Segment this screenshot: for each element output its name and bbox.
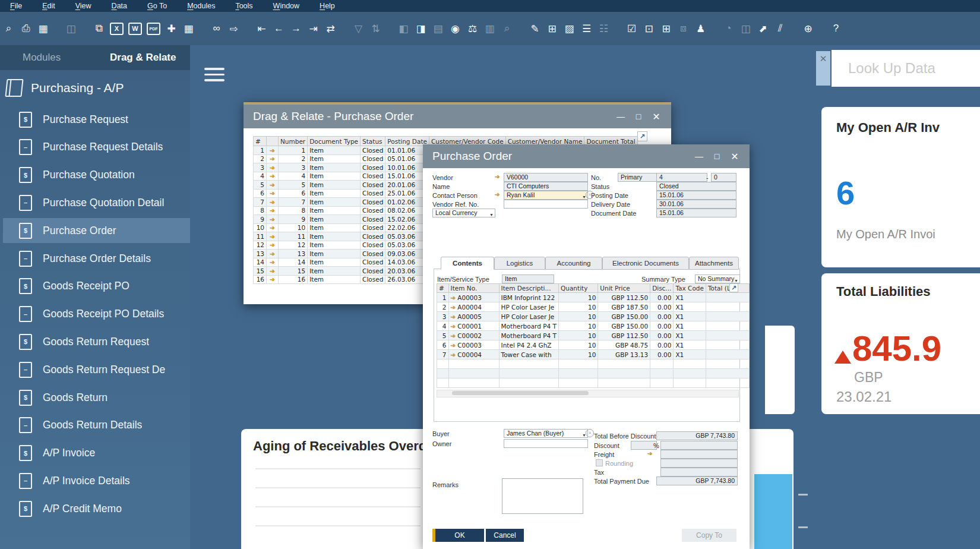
sidebar-item-goods-return-request-de[interactable]: –Goods Return Request De [3, 357, 190, 382]
sidebar-item-goods-receipt-po-details[interactable]: –Goods Receipt PO Details [3, 302, 190, 327]
link-arrow-icon[interactable]: ➔ [270, 268, 274, 274]
chevron-down-icon[interactable]: ▼ [734, 277, 738, 283]
sidebar-item-purchase-quotation[interactable]: $Purchase Quotation [3, 163, 190, 188]
hamburger-menu-icon[interactable] [204, 68, 225, 83]
toolbar-print-icon[interactable]: ⎙ [18, 21, 34, 36]
link-arrow-icon[interactable]: ➔ [451, 323, 456, 330]
contact-person-field[interactable]: Ryan Kalil▼ [504, 191, 588, 200]
menu-item-window[interactable]: Window [263, 2, 309, 10]
toolbar-move-window-icon[interactable]: ✚ [163, 21, 179, 36]
total-liabilities-card[interactable]: Total Liabilities 845.9 GBP 23.02.21 [821, 273, 980, 414]
toolbar-payment-out-icon[interactable]: ◨ [413, 21, 429, 36]
no-series-field[interactable]: Primary [618, 173, 657, 182]
drag-relate-titlebar[interactable]: Drag & Relate - Purchase Order — □ ✕ [244, 105, 671, 128]
menu-item-edit[interactable]: Edit [32, 2, 65, 10]
empty-table-row[interactable] [437, 359, 750, 369]
scrollbar-thumb[interactable] [452, 391, 589, 395]
toolbar-next-record-icon[interactable]: → [288, 21, 304, 36]
open-ar-invoices-card[interactable]: My Open A/R Inv 6 My Open A/R Invoi [821, 107, 980, 267]
currency-dropdown[interactable]: Local Currency▼ [432, 209, 495, 217]
tab-electronic-documents[interactable]: Electronic Documents [602, 257, 689, 270]
empty-table-row[interactable] [437, 378, 750, 388]
sidebar-item-purchase-order-details[interactable]: –Purchase Order Details [3, 246, 190, 271]
link-arrow-icon[interactable]: ➔ [495, 191, 500, 198]
sidebar-item-goods-receipt-po[interactable]: $Goods Receipt PO [3, 274, 190, 299]
toolbar-last-record-icon[interactable]: ⇥ [305, 21, 321, 36]
cancel-button[interactable]: Cancel [486, 529, 524, 542]
lookup-close-button[interactable]: ✕ [816, 51, 830, 86]
table-row[interactable]: 1➔ A00003IBM Infoprint 12210GBP 112.500.… [437, 293, 750, 302]
menu-item-tools[interactable]: Tools [225, 2, 263, 10]
remarks-textarea[interactable] [502, 478, 583, 514]
link-arrow-icon[interactable]: ➔ [270, 234, 274, 240]
po-column-header[interactable]: Disc... [650, 284, 674, 293]
toolbar-binoculars-find-icon[interactable]: ∞ [208, 21, 225, 36]
vendor-field[interactable]: V60000 [504, 173, 588, 182]
toolbar-lock-table-icon[interactable]: ▦ [181, 21, 197, 36]
table-row[interactable]: 3➔ A00005HP Color Laser Je10GBP 150.000.… [437, 312, 750, 321]
po-items-table[interactable]: #Item No.Item Descripti...QuantityUnit P… [437, 283, 750, 388]
sidebar-item-a-p-invoice[interactable]: $A/P Invoice [3, 441, 190, 466]
po-column-header[interactable]: Quantity [559, 284, 598, 293]
table-row[interactable]: 5➔ C00002Motherboard P4 T10GBP 112.500.0… [437, 331, 750, 340]
freight-field[interactable] [660, 450, 738, 459]
tab-modules[interactable]: Modules [23, 45, 61, 70]
rounding-checkbox[interactable] [596, 459, 603, 466]
minimize-icon[interactable]: — [612, 112, 630, 121]
dnr-column-header[interactable]: Number [279, 137, 308, 146]
sidebar-item-a-p-credit-memo[interactable]: $A/P Credit Memo [3, 496, 190, 521]
chevron-down-icon[interactable]: ▼ [489, 211, 494, 217]
table-row[interactable]: 6➔ C00003Intel P4 2.4 GhZ10GBP 48.750.00… [437, 340, 750, 350]
toolbar-form-settings-icon[interactable]: ⊞ [544, 21, 560, 36]
tab-contents[interactable]: Contents [441, 257, 494, 270]
tab-drag-and-relate[interactable]: Drag & Relate [110, 45, 176, 70]
posting-date-field[interactable]: 15.01.06 [656, 191, 736, 200]
close-icon[interactable]: ✕ [647, 111, 665, 122]
sidebar-section-header[interactable]: Purchasing - A/P [6, 77, 124, 99]
close-icon[interactable]: ✕ [726, 151, 744, 162]
maximize-icon[interactable]: □ [708, 152, 726, 161]
po-column-header[interactable]: Total (LC) [706, 284, 749, 293]
sidebar-item-purchase-request[interactable]: $Purchase Request [3, 107, 190, 132]
status-field[interactable]: Closed [656, 182, 736, 191]
buyer-dropdown[interactable]: James Chan (Buyer)▼ [504, 429, 588, 438]
link-arrow-icon[interactable]: ➔ [270, 156, 274, 162]
maximize-icon[interactable]: □ [630, 112, 647, 121]
link-arrow-icon[interactable]: ➔ [495, 173, 500, 180]
no-number-field[interactable]: 4 [656, 173, 707, 182]
toolbar-chart-growth-icon[interactable]: ⬈ [755, 21, 771, 36]
toolbar-help-icon[interactable]: ? [828, 21, 844, 36]
toolbar-remarks-note-icon[interactable]: ☰ [578, 21, 595, 36]
lookup-data-input[interactable] [832, 50, 980, 87]
dnr-column-header[interactable] [267, 137, 279, 146]
item-service-type-field[interactable]: Item [502, 274, 554, 283]
toolbar-previous-record-icon[interactable]: ← [271, 21, 287, 36]
purchase-order-titlebar[interactable]: Purchase Order — □ ✕ [423, 144, 750, 168]
horizontal-scrollbar[interactable] [437, 390, 739, 397]
expand-table-icon[interactable]: ↗ [729, 283, 738, 292]
aging-chart-bar[interactable] [754, 474, 792, 549]
toolbar-coins-icon[interactable]: ◉ [447, 21, 463, 36]
table-row[interactable]: 4➔ C00001Motherboard P4 T10GBP 150.000.0… [437, 321, 750, 331]
summary-type-dropdown[interactable]: No Summary▼ [695, 274, 740, 283]
link-arrow-icon[interactable]: ➔ [451, 352, 456, 358]
document-date-field[interactable]: 15.01.06 [656, 209, 736, 217]
link-arrow-icon[interactable]: ➔ [451, 295, 456, 301]
link-arrow-icon[interactable]: ➔ [270, 242, 274, 248]
toolbar-export-word-icon[interactable]: W [128, 23, 142, 35]
copy-to-button[interactable]: Copy To [682, 529, 736, 542]
toolbar-alert-document-icon[interactable]: ⊡ [641, 21, 657, 36]
toolbar-first-record-icon[interactable]: ⇤ [254, 21, 270, 36]
selection-list-icon[interactable]: ≡ [586, 429, 594, 437]
po-column-header[interactable]: # [437, 284, 449, 293]
po-column-header[interactable]: Item Descripti... [499, 284, 558, 293]
link-arrow-icon[interactable]: ➔ [270, 147, 274, 154]
toolbar-form-modes-icon[interactable]: ▨ [561, 21, 577, 36]
minimize-icon[interactable]: — [690, 152, 708, 161]
toolbar-export-pdf-icon[interactable]: PDF [147, 23, 160, 35]
po-column-header[interactable]: Unit Price [598, 284, 650, 293]
sidebar-item-goods-return-request[interactable]: $Goods Return Request [3, 329, 190, 354]
toolbar-export-excel-icon[interactable]: X [110, 23, 124, 35]
menu-item-view[interactable]: View [65, 2, 102, 10]
vendor-ref-field[interactable] [504, 200, 588, 209]
